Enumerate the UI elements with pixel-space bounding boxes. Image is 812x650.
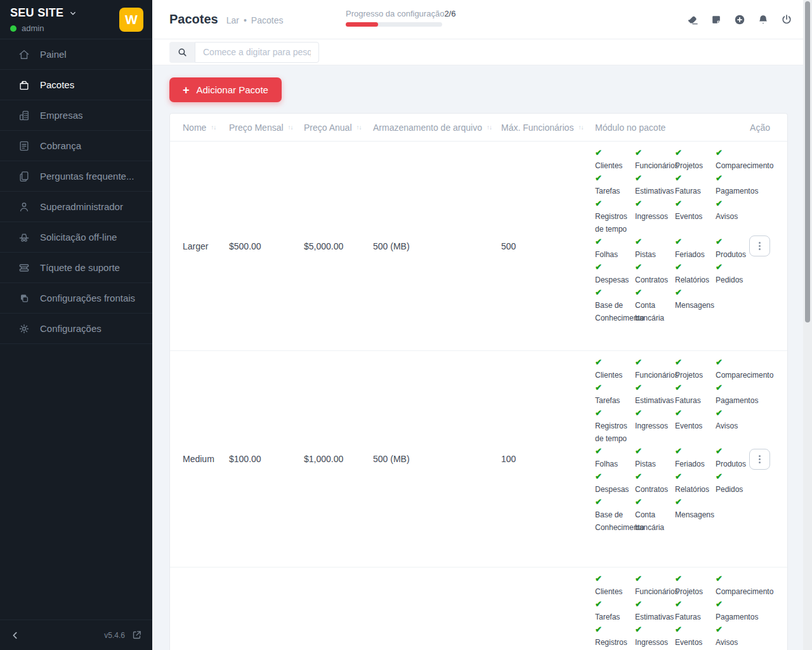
package-name: Larger [170,142,216,350]
sidebar-item-solicitacao-off-line[interactable]: Solicitação off-line [0,222,152,253]
app-logo[interactable]: W [119,8,143,32]
sidebar-item-perguntas-frequentes[interactable]: Perguntas frequente... [0,161,152,192]
module-item: ✔Ingressos [635,623,675,650]
note-icon[interactable] [710,13,723,26]
sidebar-item-cobranca[interactable]: Cobrança [0,131,152,161]
check-icon: ✔ [635,445,675,458]
module-item: ✔Contratos [635,261,675,286]
power-icon[interactable] [780,13,793,26]
pages-icon [18,170,30,183]
sidebar-item-label: Superadministrador [40,201,123,212]
sidebar-item-pacotes[interactable]: Pacotes [0,70,152,100]
module-item: ✔Tarefas [595,598,635,623]
sidebar-item-superadministrador[interactable]: Superadministrador [0,192,152,222]
module-label: Funcionários [635,159,675,172]
module-label: Ingressos [635,420,675,432]
module-item: ✔Clientes [595,147,635,172]
table-body: Larger$500.00$5,000.00500 (MB)500✔Client… [170,142,787,650]
top-header: Pacotes Lar • Pacotes Progresso da confi… [152,0,812,39]
sidebar-item-label: Painel [40,49,67,60]
add-package-button[interactable]: + Adicionar Pacote [169,77,282,102]
sidebar-item-configuracoes-frontais[interactable]: Configurações frontais [0,283,152,314]
module-label: Estimativas [635,611,675,623]
yearly-price: $5,000.00 [291,142,360,350]
vertical-scrollbar[interactable] [803,0,812,650]
check-icon: ✔ [675,623,716,636]
row-actions-menu-button[interactable] [749,235,770,256]
sidebar-item-painel[interactable]: Painel [0,39,152,70]
module-item: ✔Pistas [635,235,675,261]
sidebar-footer: v5.4.6 [0,620,152,650]
main-area: Pacotes Lar • Pacotes Progresso da confi… [152,0,812,650]
check-icon: ✔ [595,470,635,483]
module-item: ✔Registros de tempo [595,407,635,445]
package-name [170,567,216,650]
modules-cell: ✔Clientes✔Funcionários✔Projetos✔Comparec… [582,142,738,350]
breadcrumb-current: Pacotes [251,15,284,25]
action-cell [738,567,789,650]
module-label: Contratos [635,483,675,496]
site-switcher[interactable]: SEU SITE [10,6,77,20]
module-label: Tarefas [595,185,635,197]
breadcrumb: Lar • Pacotes [226,15,284,25]
module-item: ✔Ingressos [635,197,675,235]
module-item: ✔Estimativas [635,598,675,623]
module-label: Feriados [675,248,716,261]
column-header[interactable]: Nome↑↓ [170,123,216,133]
plus-circle-icon[interactable] [733,13,746,26]
scrollbar-thumb[interactable] [805,1,810,322]
module-label: Eventos [675,210,716,223]
module-item: ✔Base de Conhecimento [595,286,635,324]
check-icon: ✔ [595,197,635,210]
bell-icon[interactable] [757,13,769,26]
sidebar-item-configuracoes[interactable]: Configurações [0,314,152,344]
module-item: ✔Despesas [595,470,635,496]
check-icon: ✔ [635,147,675,159]
module-label: Folhas [595,458,635,470]
check-icon: ✔ [635,598,675,611]
ticket-icon [18,262,30,274]
column-header[interactable]: Máx. Funcionários↑↓ [488,123,582,133]
module-label: Funcionários [635,369,675,381]
module-label: Despesas [595,483,635,496]
chevron-down-icon [69,9,77,18]
progress-label: Progresso da configuração [346,9,444,18]
column-header[interactable]: Preço Mensal↑↓ [216,123,291,133]
eraser-icon[interactable] [686,13,699,26]
check-icon: ✔ [635,623,675,636]
column-header[interactable]: Armazenamento de arquivo↑↓ [360,123,488,133]
check-icon: ✔ [635,470,675,483]
module-item: ✔Tarefas [595,172,635,197]
check-icon: ✔ [595,445,635,458]
check-icon: ✔ [675,356,716,369]
module-item: ✔Registros de tempo [595,623,635,650]
search-input[interactable] [195,42,319,63]
sidebar-item-tiquete-de-suporte[interactable]: Tíquete de suporte [0,253,152,283]
module-item: ✔Feriados [675,445,716,470]
check-icon: ✔ [675,470,716,483]
check-icon: ✔ [675,598,716,611]
collapse-sidebar-icon[interactable] [10,630,20,640]
module-label: Pistas [635,458,675,470]
column-header: Módulo no pacote [582,123,738,133]
package-icon [18,79,30,91]
breadcrumb-home[interactable]: Lar [226,15,239,25]
sidebar-item-label: Cobrança [40,140,81,151]
check-icon: ✔ [595,623,635,636]
check-icon: ✔ [635,197,675,210]
sidebar-item-empresas[interactable]: Empresas [0,100,152,131]
module-label: Clientes [595,585,635,598]
search-icon[interactable] [169,42,195,63]
external-link-icon[interactable] [131,630,142,640]
module-item: ✔Folhas [595,445,635,470]
module-item: ✔Mensagens [675,496,716,534]
module-label: Registros de tempo [595,636,635,650]
package-row: ✔Clientes✔Funcionários✔Projetos✔Comparec… [170,567,787,650]
column-header[interactable]: Preço Anual↑↓ [291,123,360,133]
module-item: ✔Projetos [675,356,716,381]
row-actions-menu-button[interactable] [749,449,770,470]
max-employees: 500 [488,142,582,350]
sort-icon[interactable]: ↑↓ [211,124,216,131]
module-item: ✔Faturas [675,172,716,197]
user-icon [18,201,30,213]
